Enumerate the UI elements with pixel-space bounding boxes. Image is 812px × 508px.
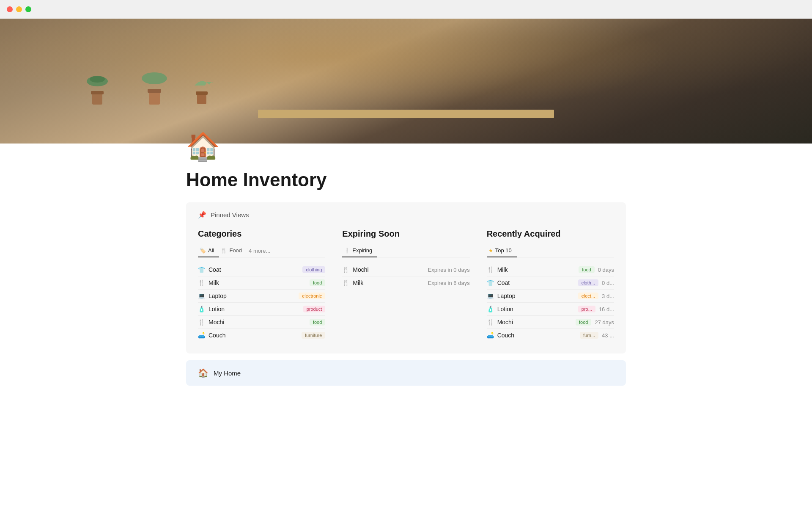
titlebar	[0, 0, 812, 19]
row-left: 🍴 Milk	[198, 279, 219, 286]
table-row: 🍴 Mochi food 27 days	[487, 316, 614, 329]
star-icon: ★	[488, 248, 493, 254]
tab-all[interactable]: 🏷️ All	[198, 245, 219, 257]
category-badge: electronic	[299, 293, 325, 299]
row-left: 🍴 Mochi	[487, 319, 513, 326]
fork-icon: 🍴	[487, 266, 494, 273]
svg-point-4	[142, 72, 167, 84]
item-name: Couch	[497, 332, 514, 339]
food-tab-icon: 🍴	[221, 248, 227, 254]
row-left: 🛋️ Couch	[198, 332, 225, 339]
row-left: 👕 Coat	[487, 279, 510, 286]
row-left: 🍴 Mochi	[342, 266, 368, 273]
my-home-section[interactable]: 🏠 My Home	[186, 360, 626, 386]
category-badge: furniture	[302, 332, 325, 339]
category-badge: clothing	[302, 266, 325, 273]
decorative-pot-1	[85, 75, 110, 110]
days-label: 0 days	[598, 267, 614, 273]
row-left: 🧴 Lotion	[487, 306, 513, 312]
item-name: Milk	[497, 266, 508, 273]
exclamation-icon: ❕	[344, 248, 350, 254]
table-row: 🧴 Lotion pro... 16 d...	[487, 303, 614, 316]
item-name: Coat	[208, 266, 221, 273]
tab-expiring[interactable]: ❕ Expiring	[342, 245, 377, 257]
svg-rect-3	[91, 91, 104, 94]
category-badge: food	[310, 279, 325, 286]
recently-tabs: ★ Top 10	[487, 245, 614, 257]
category-badge: pro...	[578, 306, 595, 312]
columns-container: Categories 🏷️ All 🍴 Food 4 more... �	[198, 229, 614, 342]
decorative-pot-3	[190, 77, 214, 110]
row-left: 🍴 Milk	[342, 279, 363, 286]
item-name: Mochi	[497, 319, 513, 326]
table-row: 👕 Coat cloth... 0 d...	[487, 276, 614, 290]
row-right: cloth... 0 d...	[578, 279, 614, 286]
tab-food-label: Food	[229, 247, 242, 254]
row-right: pro... 16 d...	[578, 306, 614, 312]
page-content: 🏠 Home Inventory 📌 Pinned Views Categori…	[152, 131, 660, 386]
row-left: 🍴 Milk	[487, 266, 508, 273]
categories-column: Categories 🏷️ All 🍴 Food 4 more... �	[198, 229, 325, 342]
item-name: Milk	[353, 279, 363, 286]
category-badge: cloth...	[578, 279, 598, 286]
tab-top10[interactable]: ★ Top 10	[487, 245, 517, 257]
expiring-title: Expiring Soon	[342, 229, 469, 239]
table-row: 🍴 Milk food	[198, 276, 325, 290]
row-left: 🛋️ Couch	[487, 332, 514, 339]
pin-icon: 📌	[198, 211, 206, 219]
days-label: 0 d...	[602, 280, 614, 286]
expiring-tabs: ❕ Expiring	[342, 245, 469, 257]
table-row: 🧴 Lotion product	[198, 303, 325, 316]
category-badge: food	[576, 319, 591, 326]
lotion-icon: 🧴	[198, 306, 205, 312]
days-label: 43 ...	[602, 332, 614, 339]
page-title: Home Inventory	[186, 169, 626, 190]
row-left: 👕 Coat	[198, 266, 221, 273]
item-name: Lotion	[497, 306, 513, 312]
row-right: food 27 days	[576, 319, 614, 326]
pinned-header: 📌 Pinned Views	[198, 211, 614, 219]
item-name: Laptop	[497, 293, 516, 299]
tab-more[interactable]: 4 more...	[247, 245, 272, 257]
close-button[interactable]	[7, 6, 13, 12]
table-row: 💻 Laptop electronic	[198, 290, 325, 303]
svg-rect-8	[196, 91, 208, 95]
table-row: 🛋️ Couch furniture	[198, 329, 325, 342]
lotion-icon: 🧴	[487, 306, 494, 312]
expiring-column: Expiring Soon ❕ Expiring 🍴 Mochi Expires…	[342, 229, 469, 342]
table-row: 🍴 Mochi Expires in 0 days	[342, 263, 469, 276]
maximize-button[interactable]	[25, 6, 31, 12]
item-name: Mochi	[353, 266, 368, 273]
couch-icon: 🛋️	[487, 332, 494, 339]
minimize-button[interactable]	[16, 6, 22, 12]
days-label: 3 d...	[602, 293, 614, 299]
category-badge: furn...	[580, 332, 598, 339]
category-badge: food	[310, 319, 325, 326]
expires-label: Expires in 6 days	[428, 280, 470, 286]
row-left: 🧴 Lotion	[198, 306, 225, 312]
table-row: 🍴 Milk food 0 days	[487, 263, 614, 276]
my-home-icon: 🏠	[198, 368, 208, 378]
category-badge: elect...	[578, 293, 598, 299]
expires-label: Expires in 0 days	[428, 267, 470, 273]
shirt-icon: 👕	[198, 266, 205, 273]
shirt-icon: 👕	[487, 279, 494, 286]
fork-icon: 🍴	[198, 279, 205, 286]
table-row: 🍴 Mochi food	[198, 316, 325, 329]
item-name: Coat	[497, 279, 510, 286]
category-badge: product	[303, 306, 326, 312]
pinned-views-section: 📌 Pinned Views Categories 🏷️ All 🍴 Food …	[186, 202, 626, 353]
category-badge: food	[579, 266, 594, 273]
decorative-pot-2	[140, 71, 169, 110]
laptop-icon: 💻	[198, 293, 205, 299]
row-right: elect... 3 d...	[578, 293, 614, 299]
row-left: 💻 Laptop	[487, 293, 516, 299]
table-row: 🛋️ Couch furn... 43 ...	[487, 329, 614, 342]
item-name: Laptop	[208, 293, 227, 299]
row-right: food 0 days	[579, 266, 614, 273]
row-left: 💻 Laptop	[198, 293, 227, 299]
table-row: 👕 Coat clothing	[198, 263, 325, 276]
tab-food[interactable]: 🍴 Food	[219, 245, 247, 257]
couch-icon: 🛋️	[198, 332, 205, 339]
page-icon: 🏠	[186, 131, 626, 163]
